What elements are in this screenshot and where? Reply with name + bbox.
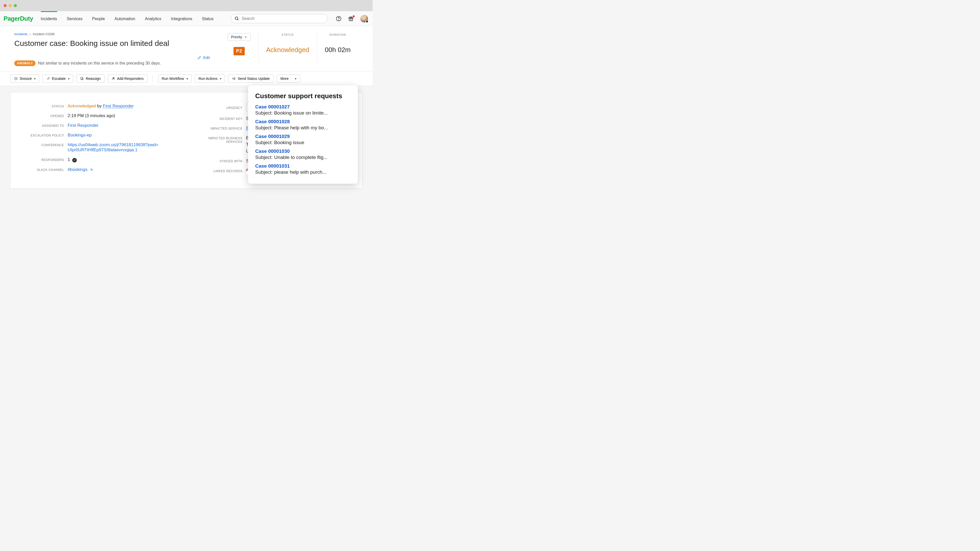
notification-badge-icon: [353, 15, 355, 17]
case-link[interactable]: Case 00001031: [255, 163, 351, 169]
escalate-button[interactable]: Escalate▾: [42, 75, 73, 83]
check-circle-icon: ✓: [72, 158, 77, 162]
case-link[interactable]: Case 00001030: [255, 148, 351, 154]
add-responders-button[interactable]: Add Responders: [108, 75, 148, 83]
field-value-status: Acknowledged by First Responder: [68, 103, 134, 109]
send-status-label: Send Status Update: [238, 76, 269, 81]
breadcrumb-current: Incident #1506: [33, 32, 54, 36]
nav-link-status[interactable]: Status: [202, 11, 213, 26]
nav-link-services[interactable]: Services: [67, 11, 83, 26]
nav-link-people[interactable]: People: [92, 11, 105, 26]
priority-label: Priority: [231, 35, 242, 39]
window-zoom-icon[interactable]: [14, 4, 17, 7]
svg-point-0: [235, 17, 238, 20]
field-value-opened: 2:19 PM (3 minutes ago): [68, 113, 115, 118]
add-person-icon: [111, 77, 115, 80]
help-button[interactable]: [336, 16, 342, 21]
field-label-impacted-service: IMPACTED SERVICE: [191, 127, 242, 130]
nav-link-analytics[interactable]: Analytics: [145, 11, 161, 26]
more-label: More: [280, 76, 289, 81]
remove-slack-button[interactable]: ✕: [90, 168, 93, 171]
megaphone-icon: [232, 77, 235, 80]
search-icon: [234, 16, 239, 21]
popover-title: Customer support requests: [255, 92, 351, 100]
search-input[interactable]: [242, 16, 324, 21]
field-label-escalation: ESCALATION POLICY: [26, 134, 64, 137]
pencil-icon: [197, 56, 201, 59]
svg-point-9: [113, 77, 114, 79]
case-subject: Subject: Booking issue on limite...: [255, 110, 351, 116]
case-item: Case 00001030 Subject: Unable to complet…: [255, 148, 351, 160]
nav-icons: [336, 15, 368, 22]
status-ack-text: Acknowledged: [68, 103, 96, 108]
slack-channel-link[interactable]: #bookings: [68, 167, 88, 172]
run-workflow-button[interactable]: Run Workflow▾: [158, 75, 192, 83]
linked-records-popover: Customer support requests Case 00001027 …: [248, 86, 358, 184]
user-avatar[interactable]: [360, 15, 368, 22]
chevron-right-icon: ›: [30, 32, 30, 36]
priority-badge: P2: [234, 47, 245, 56]
case-link[interactable]: Case 00001028: [255, 119, 351, 124]
case-subject: Subject: Unable to complete flig...: [255, 155, 351, 160]
snooze-button[interactable]: Snooze▾: [10, 75, 39, 83]
status-user-link[interactable]: First Responder: [103, 103, 134, 108]
window-close-icon[interactable]: [3, 4, 6, 7]
add-responders-label: Add Responders: [117, 76, 144, 81]
edit-label: Edit: [203, 56, 210, 60]
status-label: STATUS: [282, 33, 294, 36]
svg-point-3: [339, 20, 339, 20]
case-link[interactable]: Case 00001027: [255, 104, 351, 110]
chevron-down-icon: [244, 35, 247, 38]
breadcrumb-root[interactable]: Incidents: [14, 32, 27, 36]
field-label-assigned: ASSIGNED TO: [26, 124, 64, 127]
run-actions-button[interactable]: Run Actions▾: [195, 75, 225, 83]
nav-link-integrations[interactable]: Integrations: [171, 11, 192, 26]
edit-button[interactable]: Edit: [197, 56, 210, 60]
gift-button[interactable]: [348, 16, 354, 21]
reassign-button[interactable]: Reassign: [76, 75, 104, 83]
field-label-incident-key: INCIDENT KEY: [191, 117, 242, 121]
send-status-button[interactable]: Send Status Update: [228, 75, 273, 83]
conference-link[interactable]: https://us04web.zoom.us/j/79618119638?pw…: [68, 142, 159, 152]
assigned-to-link[interactable]: First Responder: [68, 123, 99, 128]
reassign-icon: [80, 77, 84, 80]
svg-rect-8: [81, 77, 83, 79]
nav-links: Incidents Services People Automation Ana…: [41, 11, 213, 26]
field-label-linked: LINKED RECORDS: [191, 169, 242, 173]
field-label-urgency: URGENCY: [191, 106, 242, 110]
nav-link-automation[interactable]: Automation: [115, 11, 135, 26]
field-label-impacted-biz: IMPACTED BUSINESS SERVICES: [191, 137, 242, 144]
brand-logo[interactable]: PagerDuty: [3, 15, 33, 22]
caret-down-icon: ▾: [295, 77, 296, 80]
window-minimize-icon[interactable]: [9, 4, 12, 7]
priority-select[interactable]: Priority: [228, 33, 251, 41]
nav-link-incidents[interactable]: Incidents: [41, 11, 57, 26]
page-title: Customer case: Booking issue on limited …: [14, 39, 220, 48]
case-item: Case 00001031 Subject: please help with …: [255, 163, 351, 175]
field-label-slack: SLACK CHANNEL: [26, 168, 64, 171]
details-col-left: STATUS Acknowledged by First Responder O…: [26, 103, 181, 178]
top-nav: PagerDuty Incidents Services People Auto…: [0, 11, 372, 26]
case-link[interactable]: Case 00001029: [255, 134, 351, 139]
field-label-responders: RESPONDERS: [26, 158, 64, 162]
field-label-opened: OPENED: [26, 114, 64, 118]
caret-down-icon: ▾: [186, 77, 188, 80]
breadcrumb: Incidents › Incident #1506: [14, 32, 220, 36]
field-value-slack: #bookings ✕: [68, 167, 93, 172]
run-actions-label: Run Actions: [199, 76, 218, 81]
caret-down-icon: ▾: [68, 77, 69, 80]
more-button[interactable]: More ▾: [277, 75, 301, 83]
case-item: Case 00001027 Subject: Booking issue on …: [255, 104, 351, 116]
responders-count: 1: [68, 157, 70, 162]
snooze-label: Snooze: [20, 76, 32, 81]
field-value-responders: 1 ✓: [68, 157, 77, 162]
status-by-text: by: [97, 103, 102, 108]
case-subject: Subject: Booking issue: [255, 140, 351, 145]
escalation-policy-link[interactable]: Bookings-ep: [68, 133, 92, 138]
duration-label: DURATION: [329, 33, 346, 36]
details-area: STATUS Acknowledged by First Responder O…: [0, 86, 372, 195]
anomaly-text: Not similar to any incidents on this ser…: [38, 61, 161, 65]
case-item: Case 00001029 Subject: Booking issue: [255, 134, 351, 145]
search-input-wrapper[interactable]: [231, 14, 328, 23]
action-bar: Snooze▾ Escalate▾ Reassign Add Responder…: [0, 71, 372, 86]
